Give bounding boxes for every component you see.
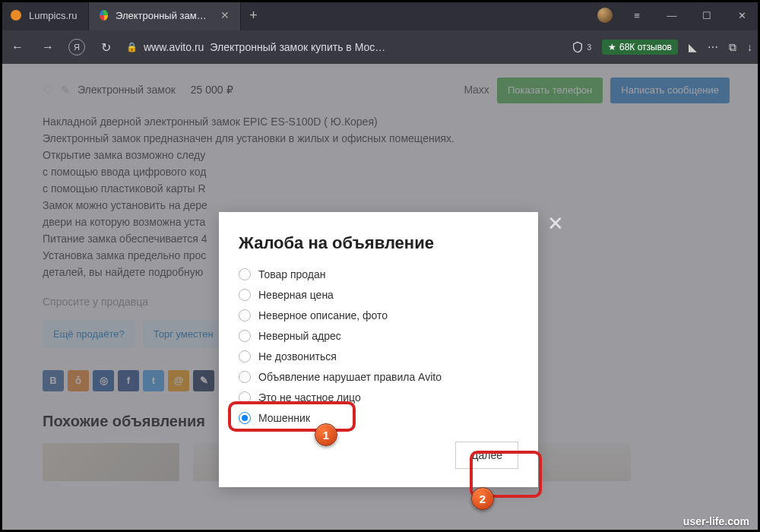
option-label: Объявление нарушает правила Avito	[258, 371, 442, 383]
modal-title: Жалоба на объявление	[239, 233, 518, 253]
option-label: Неверная цена	[258, 289, 334, 301]
reviews-badge[interactable]: ★ 68К отзывов	[602, 40, 678, 55]
modal-close-button[interactable]: ✕	[547, 212, 564, 236]
option-label: Товар продан	[258, 268, 326, 280]
tab-lumpics[interactable]: Lumpics.ru	[0, 0, 89, 30]
forward-button[interactable]: →	[38, 40, 58, 54]
maximize-button[interactable]: ☐	[696, 10, 717, 21]
option-label: Неверный адрес	[258, 330, 341, 342]
bookmark-icon[interactable]: ◣	[689, 41, 697, 53]
tab-label: Lumpics.ru	[29, 10, 78, 21]
tab-label: Электронный замок ку…	[116, 10, 208, 21]
extensions-icon[interactable]: ⋯	[708, 41, 718, 53]
close-button[interactable]: ✕	[731, 10, 752, 21]
page-content: ♡ ✎ Электронный замок 25 000 ₽ Maxx Пока…	[0, 64, 760, 532]
option-label: Не дозвониться	[258, 350, 337, 363]
shield-count: 3	[587, 43, 591, 52]
reviews-text: 68К отзывов	[619, 42, 672, 52]
option-sold[interactable]: Товар продан	[239, 268, 518, 280]
option-label: Неверное описание, фото	[258, 309, 388, 321]
minimize-button[interactable]: —	[661, 10, 682, 21]
radio-icon	[239, 268, 251, 280]
shield-badge[interactable]: 3	[572, 41, 591, 53]
radio-icon	[239, 330, 251, 342]
url-host: www.avito.ru	[144, 41, 204, 53]
watermark: user-life.com	[683, 515, 749, 527]
menu-icon[interactable]: ≡	[626, 10, 648, 21]
new-tab-button[interactable]: +	[241, 0, 267, 30]
option-wrong-address[interactable]: Неверный адрес	[239, 330, 518, 342]
reload-button[interactable]: ↻	[96, 40, 116, 55]
radio-icon	[239, 289, 251, 301]
radio-icon	[239, 371, 251, 383]
annotation-badge-2: 2	[471, 487, 494, 510]
option-wrong-desc[interactable]: Неверное описание, фото	[239, 309, 518, 321]
option-wrong-price[interactable]: Неверная цена	[239, 289, 518, 301]
favicon-avito	[100, 10, 108, 21]
tab-avito[interactable]: Электронный замок ку… ✕	[89, 0, 241, 30]
back-button[interactable]: ←	[8, 40, 27, 54]
favicon-lumpics	[11, 10, 21, 21]
option-rules-violation[interactable]: Объявление нарушает правила Avito	[239, 371, 518, 383]
annotation-badge-1: 1	[315, 423, 337, 446]
address-bar[interactable]: 🔒 www.avito.ru Электронный замок купить …	[126, 41, 561, 53]
star-icon: ★	[608, 42, 616, 52]
option-no-answer[interactable]: Не дозвониться	[239, 350, 518, 363]
yandex-button[interactable]: Я	[68, 39, 85, 55]
avatar[interactable]	[597, 8, 613, 23]
complaint-modal: ✕ Жалоба на объявление Товар продан Неве…	[219, 212, 538, 487]
collections-icon[interactable]: ⧉	[729, 41, 736, 54]
url-path: Электронный замок купить в Мос…	[210, 41, 385, 53]
radio-icon	[239, 309, 251, 321]
titlebar: Lumpics.ru Электронный замок ку… ✕ + ≡ —…	[0, 0, 760, 30]
downloads-icon[interactable]: ↓	[747, 41, 752, 53]
radio-icon	[239, 350, 251, 363]
lock-icon: 🔒	[126, 42, 138, 52]
close-icon[interactable]: ✕	[220, 9, 230, 21]
toolbar: ← → Я ↻ 🔒 www.avito.ru Электронный замок…	[0, 30, 760, 64]
annotation-highlight-1	[228, 401, 356, 432]
